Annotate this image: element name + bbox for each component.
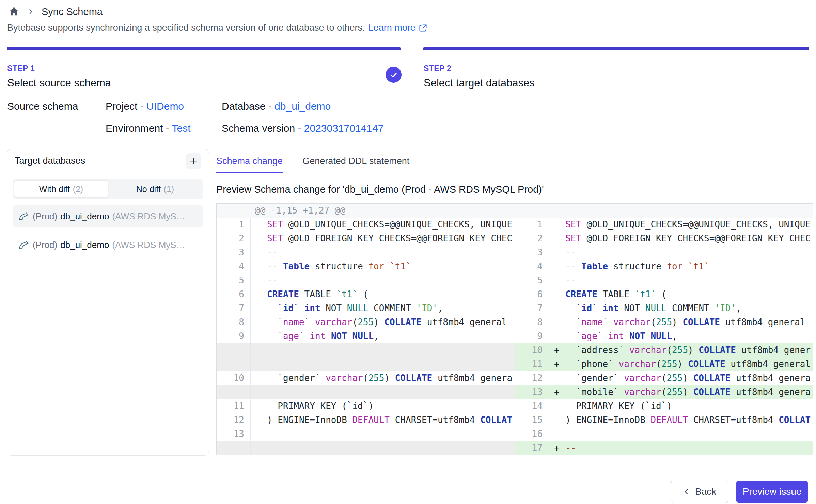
database-env: (Prod): [33, 211, 57, 222]
diff-row: 17+--: [515, 441, 813, 455]
tab-no-diff[interactable]: No diff (1): [108, 180, 202, 198]
source-schema-version-field: Schema version - 20230317014147: [222, 123, 383, 134]
diff-line-number: 9: [515, 329, 549, 343]
step-1-title: Select source schema: [7, 77, 111, 89]
diff-row: 12 `gender` varchar(255) COLLATE utf8mb4…: [515, 371, 813, 385]
diff-line-number: 7: [515, 301, 549, 315]
step-1-label: STEP 1: [7, 64, 111, 73]
diff-row: 2SET @OLD_FOREIGN_KEY_CHECKS=@@FOREIGN_K…: [515, 232, 813, 246]
environment-field-name: Environment -: [106, 123, 172, 134]
database-field-name: Database -: [222, 100, 274, 112]
preview-title: Preview Schema change for 'db_ui_demo (P…: [216, 184, 544, 195]
diff-line-number: 10: [217, 371, 251, 385]
diff-line-number: 5: [515, 273, 549, 287]
diff-hunk-header: @@ -1,15 +1,27 @@: [217, 204, 515, 218]
database-name: db_ui_demo: [60, 240, 109, 250]
diff-line-number: [217, 357, 251, 371]
add-target-database-button[interactable]: [186, 153, 201, 169]
plus-icon: [188, 156, 199, 166]
diff-code-line: PRIMARY KEY (`id`): [549, 399, 813, 413]
diff-filler-row: [217, 385, 515, 399]
diff-code-line: `id` int NOT NULL COMMENT 'ID',: [251, 301, 515, 315]
diff-row: 5--: [217, 273, 515, 287]
diff-line-number: 1: [515, 218, 549, 232]
chevron-left-icon: [682, 487, 691, 496]
diff-code-line: --: [549, 273, 813, 287]
diff-row: 7 `id` int NOT NULL COMMENT 'ID',: [217, 301, 515, 315]
back-button-label: Back: [695, 486, 716, 497]
diff-code-line: [251, 441, 515, 455]
diff-code-line: SET @OLD_FOREIGN_KEY_CHECKS=@@FOREIGN_KE…: [549, 232, 813, 246]
diff-line-number: 6: [515, 287, 549, 301]
diff-code-line: `id` int NOT NULL COMMENT 'ID',: [549, 301, 813, 315]
with-diff-label: With diff: [39, 184, 70, 194]
diff-code-line: ) ENGINE=InnoDB DEFAULT CHARSET=utf8mb4 …: [549, 413, 813, 427]
diff-code-line: SET @OLD_UNIQUE_CHECKS=@@UNIQUE_CHECKS, …: [251, 218, 515, 232]
preview-tabs: Schema change Generated DDL statement: [216, 156, 409, 173]
diff-code-line: SET @OLD_FOREIGN_KEY_CHECKS=@@FOREIGN_KE…: [251, 232, 515, 246]
diff-filler-row: [217, 343, 515, 357]
diff-row: 2SET @OLD_FOREIGN_KEY_CHECKS=@@FOREIGN_K…: [217, 232, 515, 246]
project-field-name: Project -: [106, 100, 146, 112]
diff-row: 10+ `address` varchar(255) COLLATE utf8m…: [515, 343, 813, 357]
diff-row: 13: [217, 427, 515, 441]
diff-line-number: 8: [217, 315, 251, 329]
diff-line-number: 2: [515, 232, 549, 246]
back-button[interactable]: Back: [670, 481, 728, 503]
diff-code-line: -- Table structure for `t1`: [251, 259, 515, 273]
diff-line-number: 10: [515, 343, 549, 357]
intro: Bytebase supports synchronizing a specif…: [7, 22, 428, 33]
step-2-progress-bar: [423, 47, 809, 50]
diff-code-line: --: [549, 246, 813, 259]
diff-line-number: 12: [515, 371, 549, 385]
diff-row: 14 PRIMARY KEY (`id`): [515, 399, 813, 413]
diff-code-line: + `phone` varchar(255) COLLATE utf8mb4_g…: [549, 357, 813, 371]
database-item-2[interactable]: (Prod) db_ui_demo (AWS RDS MySQL Prod): [13, 234, 203, 256]
external-link-icon: [418, 23, 428, 33]
source-schema-label: Source schema: [7, 100, 78, 112]
mysql-icon: [18, 210, 30, 222]
tab-with-diff[interactable]: With diff (2): [14, 180, 108, 198]
diff-code-line: [251, 343, 515, 357]
diff-row: 5--: [515, 273, 813, 287]
diff-line-number: 13: [515, 385, 549, 399]
step-1: STEP 1 Select source schema: [7, 64, 111, 89]
learn-more-label: Learn more: [368, 22, 415, 33]
preview-issue-button[interactable]: Preview issue: [736, 481, 808, 503]
chevron-right-icon: [27, 7, 35, 16]
schema-version-link[interactable]: 20230317014147: [304, 123, 384, 134]
no-diff-count: (1): [164, 184, 174, 194]
diff-line-number: 4: [515, 259, 549, 273]
database-link[interactable]: db_ui_demo: [274, 100, 331, 112]
home-icon[interactable]: [8, 6, 20, 17]
diff-filter-tabs: With diff (2) No diff (1): [13, 179, 203, 199]
tab-generated-ddl-statement[interactable]: Generated DDL statement: [302, 156, 409, 173]
step-2: STEP 2 Select target databases: [424, 64, 535, 89]
step-1-completed-check-icon: [386, 67, 402, 83]
diff-code-line: `age` int NOT NULL,: [549, 329, 813, 343]
diff-row: 1SET @OLD_UNIQUE_CHECKS=@@UNIQUE_CHECKS,…: [515, 218, 813, 232]
diff-code-line: CREATE TABLE `t1` (: [251, 287, 515, 301]
project-link[interactable]: UIDemo: [146, 100, 184, 112]
breadcrumb-current: Sync Schema: [42, 6, 103, 17]
environment-link[interactable]: Test: [172, 123, 191, 134]
mysql-icon: [18, 239, 30, 251]
footer-divider: [0, 472, 816, 472]
diff-code-line: CREATE TABLE `t1` (: [549, 287, 813, 301]
source-project-field: Project - UIDemo: [106, 100, 184, 112]
diff-code-line: --: [251, 273, 515, 287]
diff-line-number: [217, 343, 251, 357]
diff-line-number: 12: [217, 413, 251, 427]
diff-line-number: 3: [217, 246, 251, 259]
tab-schema-change[interactable]: Schema change: [216, 156, 283, 173]
learn-more-link[interactable]: Learn more: [368, 22, 428, 33]
diff-line-number: 14: [515, 399, 549, 413]
source-database-field: Database - db_ui_demo: [222, 100, 331, 112]
diff-row: 8 `name` varchar(255) COLLATE utf8mb4_ge…: [217, 315, 515, 329]
diff-code-line: -- Table structure for `t1`: [549, 259, 813, 273]
step-2-title: Select target databases: [424, 77, 535, 89]
diff-left-pane: @@ -1,15 +1,27 @@1SET @OLD_UNIQUE_CHECKS…: [217, 204, 515, 455]
database-item-1[interactable]: (Prod) db_ui_demo (AWS RDS MySQL Prod): [13, 205, 203, 227]
target-databases-title: Target databases: [15, 156, 85, 166]
diff-code-line: [251, 427, 515, 441]
